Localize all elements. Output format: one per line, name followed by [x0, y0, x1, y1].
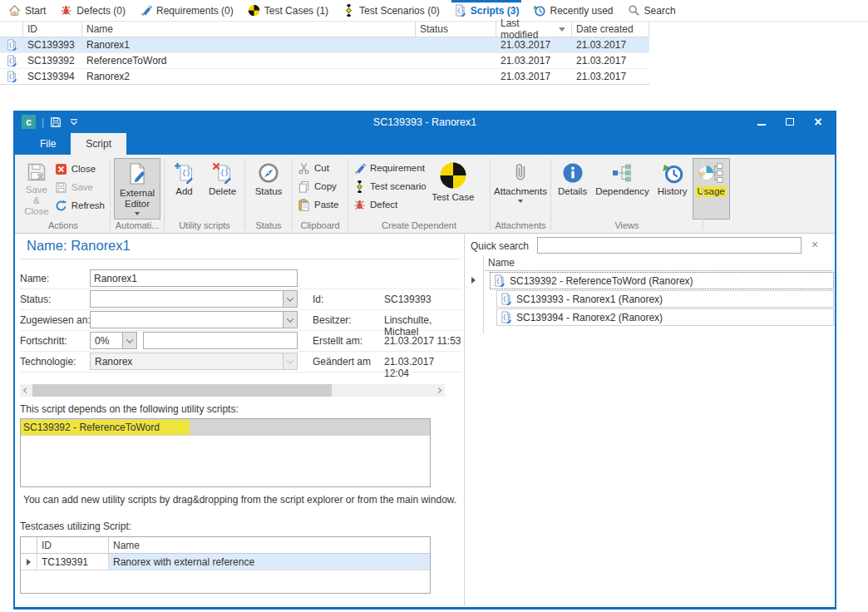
paste-button[interactable]: Paste — [296, 195, 344, 214]
explorer-column-header[interactable]: Name — [483, 255, 833, 271]
add-utility-script-button[interactable]: {} Add — [168, 158, 200, 220]
progress-dropdown[interactable]: 0% — [90, 332, 137, 349]
table-row[interactable]: {} SC139393 Ranorex1 21.03.2017 21.03.20… — [0, 37, 649, 53]
button-label: Dependency — [595, 186, 649, 197]
delete-utility-script-button[interactable]: {} Delete — [204, 158, 241, 220]
dependency-view-button[interactable]: Dependency — [592, 158, 653, 220]
header-name[interactable]: Name — [82, 22, 416, 37]
attachments-button[interactable]: Attachments — [493, 158, 548, 220]
table-row[interactable]: {} SC139394 Ranorex2 21.03.2017 21.03.20… — [0, 69, 649, 85]
testcases-empty-area — [21, 570, 430, 593]
cut-button[interactable]: Cut — [296, 159, 344, 177]
cell-id: TC139391 — [37, 554, 109, 570]
dependencies-listbox[interactable]: SC139392 - ReferenceToWord — [20, 418, 431, 487]
status-dropdown[interactable] — [90, 290, 298, 308]
testcase-row[interactable]: TC139391 Ranorex with external reference — [21, 554, 430, 570]
scrollbar-thumb[interactable] — [32, 384, 332, 397]
header-status[interactable]: Status — [416, 22, 496, 37]
usage-view-button[interactable]: Usage — [693, 158, 730, 220]
field-label: Fortschritt: — [20, 335, 67, 347]
dependency-item[interactable]: SC139392 - ReferenceToWord — [21, 419, 430, 436]
field-label: Geändert am — [313, 356, 371, 368]
create-test-scenario-button[interactable]: Test scenario — [352, 177, 428, 195]
ribbon-group-automation: External Editor Automati... — [111, 156, 164, 233]
tab-test-cases[interactable]: Test Cases (1) — [248, 0, 328, 21]
save-button[interactable]: Save — [53, 178, 106, 196]
tab-search[interactable]: Search — [628, 0, 676, 21]
dropdown-button[interactable] — [122, 333, 136, 348]
close-window-button[interactable]: × — [813, 117, 823, 127]
window-title: SC139393 - Ranorex1 — [15, 116, 835, 128]
dropdown-button[interactable] — [283, 312, 297, 328]
header-date-created[interactable]: Date created — [572, 22, 649, 37]
create-test-case-button[interactable]: Test Case — [428, 159, 478, 220]
close-button[interactable]: Close — [53, 160, 106, 178]
form-row-status: Status: Id: SC139393 — [20, 289, 461, 310]
bug-icon — [60, 4, 72, 17]
status-compass-icon — [258, 162, 279, 184]
horizontal-scrollbar[interactable] — [20, 384, 445, 397]
search-icon — [628, 4, 640, 17]
quick-search-input[interactable] — [537, 237, 801, 254]
dropdown-button[interactable] — [283, 291, 297, 307]
maximize-button[interactable] — [785, 117, 795, 127]
ribbon-tab-file[interactable]: File — [25, 133, 71, 155]
tab-label: Defects (0) — [76, 5, 126, 17]
history-icon — [662, 162, 683, 184]
button-label: Details — [558, 186, 587, 197]
quick-save-icon[interactable] — [50, 116, 62, 128]
button-label: Delete — [209, 186, 236, 197]
quick-access-chevron-icon[interactable] — [70, 119, 78, 126]
header-id[interactable]: ID — [37, 537, 109, 553]
ribbon-group-utility-scripts: {} Add {} Delete Utility scripts — [165, 156, 244, 233]
tab-requirements[interactable]: Requirements (0) — [140, 0, 234, 21]
testcases-table: ID Name TC139391 Ranorex with external r… — [20, 536, 431, 594]
explorer-row[interactable]: {} SC139394 - Ranorex2 (Ranorex) — [496, 308, 834, 326]
tab-label: Scripts (3) — [471, 5, 520, 17]
field-label: Status: — [20, 294, 51, 305]
external-editor-button[interactable]: External Editor — [114, 158, 160, 220]
button-label: Usage — [696, 186, 727, 197]
script-icon: {} — [6, 55, 17, 67]
svg-text:{}: {} — [8, 42, 15, 48]
tab-test-scenarios[interactable]: Test Scenarios (0) — [343, 0, 440, 21]
row-indicator-icon — [27, 559, 31, 565]
save-and-close-button[interactable]: Save & Close — [20, 158, 53, 220]
table-row[interactable]: {} SC139392 ReferenceToWord 21.03.2017 2… — [0, 53, 649, 69]
details-view-button[interactable]: Details — [555, 158, 590, 220]
svg-text:{}: {} — [8, 73, 15, 80]
header-name[interactable]: Name — [109, 537, 430, 553]
progress-note-input[interactable] — [143, 332, 298, 349]
script-detail-window: c | SC139393 - Ranorex1 × File Script Sa… — [13, 111, 836, 610]
header-id[interactable]: ID — [23, 22, 82, 37]
button-label: Paste — [314, 200, 338, 210]
tab-defects[interactable]: Defects (0) — [60, 0, 126, 21]
ribbon-tab-script[interactable]: Script — [71, 133, 126, 155]
header-label: Last modified — [501, 17, 559, 41]
name-input[interactable] — [90, 269, 298, 287]
dropdown-value: Ranorex — [95, 356, 132, 368]
scenario-icon — [343, 4, 355, 17]
copy-button[interactable]: Copy — [296, 177, 344, 195]
window-titlebar[interactable]: c | SC139393 - Ranorex1 × — [15, 111, 835, 133]
button-label: Test Case — [432, 192, 474, 203]
explorer-row[interactable]: {} SC139393 - Ranorex1 (Ranorex) — [496, 290, 834, 308]
script-icon: {} — [500, 293, 512, 305]
history-view-button[interactable]: History — [654, 158, 691, 220]
refresh-button[interactable]: Refresh — [53, 196, 106, 215]
svg-text:{}: {} — [502, 313, 510, 321]
assigned-to-dropdown[interactable] — [90, 311, 298, 328]
explorer-row[interactable]: {} SC139392 - ReferenceToWord (Ranorex) — [490, 272, 834, 289]
testcases-header: ID Name — [21, 537, 430, 554]
scroll-right-button[interactable] — [432, 384, 445, 397]
header-last-modified[interactable]: Last modified — [496, 22, 572, 37]
create-defect-button[interactable]: Defect — [352, 195, 428, 214]
minimize-button[interactable] — [757, 117, 767, 127]
status-button[interactable]: Status — [249, 158, 289, 220]
clear-search-icon[interactable]: × — [811, 239, 818, 250]
create-requirement-button[interactable]: Requirement — [352, 159, 428, 177]
cell-date-created: 21.03.2017 — [572, 55, 649, 67]
add-script-icon: {} — [174, 162, 195, 184]
scroll-left-button[interactable] — [20, 384, 32, 397]
tab-start[interactable]: Start — [8, 0, 46, 21]
